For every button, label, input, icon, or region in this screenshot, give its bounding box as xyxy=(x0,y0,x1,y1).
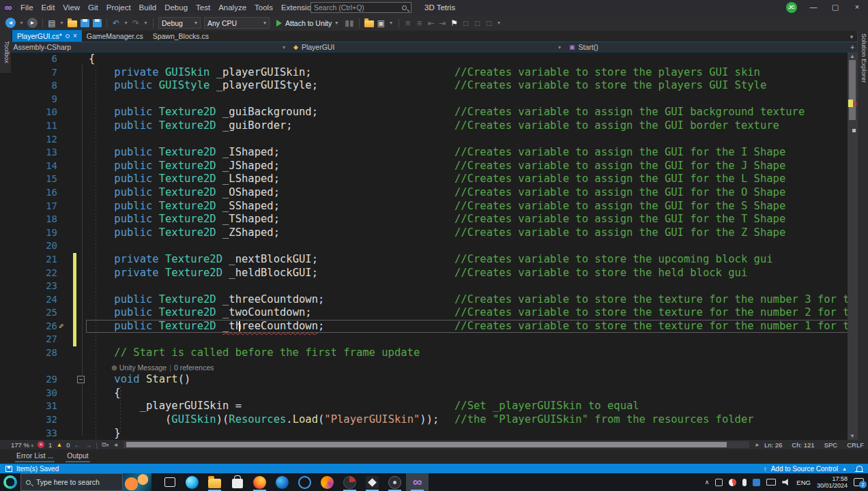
code-line-10[interactable]: 10 public Texture2D _guiBackground;//Cre… xyxy=(0,106,857,119)
display-icon[interactable] xyxy=(766,479,776,486)
platform-dropdown[interactable]: Any CPU ▾ xyxy=(204,17,270,29)
code-editor[interactable]: 6{7 private GUISkin _playerGUISkin;//Cre… xyxy=(0,53,857,440)
code-line-28[interactable]: 28 // Start is called before the first f… xyxy=(0,346,857,360)
code-line-24[interactable]: 24 public Texture2D _threeCountdown;//Cr… xyxy=(0,293,857,307)
vertical-scrollbar[interactable]: ▲ ▼ xyxy=(848,53,857,440)
avatar[interactable]: JC xyxy=(786,2,797,13)
bookmark-tool-icon[interactable]: □ xyxy=(485,17,493,29)
scroll-down-icon[interactable]: ▼ xyxy=(848,433,857,439)
code-line-32[interactable]: 32 (GUISkin)(Resources.Load("PlayerGUISk… xyxy=(0,413,857,427)
task-view-taskbar-icon[interactable] xyxy=(158,473,181,491)
code-line-21[interactable]: 21 private Texture2D _nextBlockGUI;//Cre… xyxy=(0,253,857,267)
dropdown-caret-icon[interactable]: ▾ xyxy=(497,17,502,29)
menu-debug[interactable]: Debug xyxy=(160,0,192,15)
dropdown-caret-icon[interactable]: ▾ xyxy=(19,17,24,29)
app-dark-taskbar-icon[interactable] xyxy=(384,473,406,491)
minimize-button[interactable]: — xyxy=(802,0,824,15)
file-explorer-taskbar-icon[interactable] xyxy=(203,473,226,491)
code-line-29[interactable]: 29– void Start() xyxy=(0,373,857,387)
bookmark-tool-icon[interactable]: □ xyxy=(474,17,482,29)
menu-tools[interactable]: Tools xyxy=(250,0,277,15)
scroll-right-icon[interactable]: ► xyxy=(755,442,760,448)
panel-tab-output[interactable]: Output xyxy=(66,451,90,462)
volume-icon[interactable] xyxy=(782,479,790,486)
dropdown-caret-icon[interactable]: ▾ xyxy=(143,17,148,29)
pause-icon[interactable]: ▮▮ xyxy=(345,17,353,29)
attach-to-unity-button[interactable]: Attach to Unity ▾ xyxy=(273,17,341,29)
unindent-icon[interactable]: ⇤ xyxy=(427,17,435,29)
code-line-15[interactable]: 15 public Texture2D _LShaped;//Creates v… xyxy=(0,173,857,186)
add-to-source-control-button[interactable]: Add to Source Control xyxy=(771,465,838,473)
line-tool-icon[interactable]: ≡ xyxy=(416,17,424,29)
toolbox-side-tab[interactable]: Toolbox xyxy=(0,31,11,73)
line-tool-icon[interactable]: ≡ xyxy=(404,17,412,29)
caret-position-ch[interactable]: Ch: 121 xyxy=(792,441,814,449)
close-icon[interactable]: × xyxy=(73,32,77,40)
code-line-22[interactable]: 22 private Texture2D _heldBlockGUI;//Cre… xyxy=(0,267,857,280)
compare-icon[interactable]: ⧉▾ xyxy=(102,441,108,449)
panel-tab-error-list-[interactable]: Error List ... xyxy=(15,451,55,462)
tab-spawn-blocks-cs[interactable]: Spawn_Blocks.cs xyxy=(148,30,214,42)
code-line-31[interactable]: 31 _playerGUISkin =//Set _playerGUISkin … xyxy=(0,400,857,413)
close-button[interactable]: × xyxy=(846,0,868,15)
member-dropdown[interactable]: ▣ Start() xyxy=(565,42,850,52)
menu-view[interactable]: View xyxy=(59,0,84,15)
tab-list-button[interactable]: ▼ xyxy=(849,34,854,40)
firefox-taskbar-icon[interactable] xyxy=(248,473,271,491)
hscrollbar-thumb[interactable] xyxy=(126,442,727,447)
undo-icon[interactable]: ↶ xyxy=(112,17,120,29)
code-line-19[interactable]: 19 public Texture2D _ZShaped;//Creates v… xyxy=(0,226,857,240)
code-line-18[interactable]: 18 public Texture2D _TShaped;//Creates v… xyxy=(0,213,857,226)
quick-search-box[interactable]: Search (Ctrl+Q) xyxy=(310,2,411,13)
menu-file[interactable]: File xyxy=(16,0,38,15)
warning-icon[interactable]: ▲ xyxy=(56,441,62,448)
bookmark-icon[interactable]: ⚑ xyxy=(450,17,459,29)
scroll-left-icon[interactable]: ◄ xyxy=(113,442,118,448)
split-editor-button[interactable]: + xyxy=(850,44,854,51)
menu-test[interactable]: Test xyxy=(192,0,214,15)
pin-icon[interactable] xyxy=(66,34,70,38)
action-center-icon[interactable]: 2 xyxy=(854,478,864,486)
bookmark-tool-icon[interactable]: □ xyxy=(462,17,470,29)
error-icon[interactable]: × xyxy=(38,441,44,448)
find-in-files-icon[interactable] xyxy=(364,20,374,27)
code-line-23[interactable]: 23 xyxy=(0,280,857,293)
code-line-17[interactable]: 17 public Texture2D _SShaped;//Creates v… xyxy=(0,200,857,213)
code-line-30[interactable]: 30 { xyxy=(0,387,857,400)
code-line-6[interactable]: 6{ xyxy=(0,53,857,66)
scroll-up-icon[interactable]: ▲ xyxy=(848,53,857,59)
visual-studio-taskbar-icon[interactable]: ∞ xyxy=(406,473,429,491)
code-line-7[interactable]: 7 private GUISkin _playerGUISkin;//Creat… xyxy=(0,66,857,80)
code-line-27[interactable]: 27 xyxy=(0,333,857,346)
navigate-back-icon[interactable]: ← xyxy=(74,441,81,449)
configuration-dropdown[interactable]: Debug ▾ xyxy=(158,17,201,29)
maximize-button[interactable]: ▢ xyxy=(824,0,846,15)
news-widget[interactable] xyxy=(123,473,151,491)
code-line-26[interactable]: 26✎ public Texture2D _threeCountdown;//C… xyxy=(0,320,857,333)
code-line-33[interactable]: 33 } xyxy=(0,427,857,440)
indent-icon[interactable]: ⇥ xyxy=(439,17,447,29)
obs-taskbar-icon[interactable] xyxy=(338,473,361,491)
tab-playergui-cs-[interactable]: PlayerGUI.cs*× xyxy=(12,30,82,42)
codelens-row[interactable]: ⊕ Unity Message|0 references xyxy=(0,360,857,374)
menu-edit[interactable]: Edit xyxy=(38,0,59,15)
solution-explorer-side-tab[interactable]: Solution Explorer xyxy=(857,31,868,449)
teams-icon[interactable] xyxy=(753,479,760,486)
capture-frame-icon[interactable]: ▣ xyxy=(377,17,386,29)
navigate-forward-icon[interactable]: ► xyxy=(27,18,38,28)
codelens-label[interactable]: Unity Message xyxy=(119,363,167,372)
type-dropdown[interactable]: ◆ PlayerGUI ▾ xyxy=(289,42,565,52)
code-line-13[interactable]: 13 public Texture2D _IShaped;//Creates v… xyxy=(0,146,857,160)
scrollbar-thumb[interactable] xyxy=(849,60,856,120)
navigate-back-icon[interactable]: ◄ xyxy=(5,18,16,28)
notifications-bell-icon[interactable] xyxy=(856,466,863,472)
caret-position-crlf[interactable]: CRLF xyxy=(847,441,864,449)
horizontal-scrollbar[interactable] xyxy=(124,441,749,448)
dropdown-caret-icon[interactable]: ▾ xyxy=(389,17,394,29)
tray-app-icon[interactable] xyxy=(715,479,723,486)
code-line-9[interactable]: 9 xyxy=(0,93,857,106)
app-blue-ring-taskbar-icon[interactable] xyxy=(293,473,316,491)
menu-project[interactable]: Project xyxy=(102,0,135,15)
recording-icon[interactable] xyxy=(729,479,736,486)
unity-hub-taskbar-icon[interactable] xyxy=(361,473,384,491)
